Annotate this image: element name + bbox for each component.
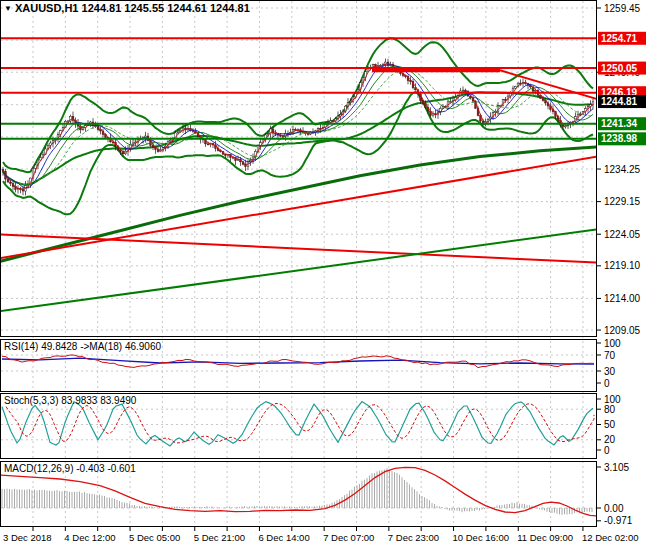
price-tick-label: 1209.05	[604, 325, 641, 336]
time-axis-label: 10 Dec 16:00	[453, 532, 510, 543]
price-tick-label: 1234.25	[604, 164, 641, 175]
indicator-scale-label: 100	[604, 338, 621, 349]
price-tick-label: 1214.00	[604, 293, 641, 304]
time-axis-label: 7 Dec 07:00	[323, 532, 374, 543]
chart-title-text: XAUUSD,H1 1244.81 1245.55 1244.61 1244.8…	[15, 2, 250, 14]
time-axis-label: 11 Dec 09:00	[517, 532, 573, 543]
price-tick-label: 1259.45	[604, 3, 641, 14]
time-axis-label: 4 Dec 12:00	[64, 532, 115, 543]
price-tick-label: 1224.05	[604, 229, 641, 240]
price-tick-label: 1219.10	[604, 260, 641, 271]
price-tick-label: 1244.81	[601, 96, 638, 107]
stoch-indicator-label: Stoch(5,3,3) 83.9833 83.9490	[4, 395, 136, 406]
indicator-scale-label: 80	[604, 404, 616, 415]
indicator-scale-label: 0.00	[604, 503, 624, 514]
rsi-indicator-label: RSI(14) 49.8428 ->MA(18) 46.9060	[4, 341, 161, 352]
chart-title: ▼XAUUSD,H1 1244.81 1245.55 1244.61 1244.…	[4, 2, 250, 14]
indicator-scale-label: 30	[604, 366, 616, 377]
time-axis-label: 5 Dec 21:00	[194, 532, 245, 543]
price-tick-label: 1250.05	[601, 63, 638, 74]
time-axis-label: 12 Dec 02:00	[582, 532, 639, 543]
macd-indicator-label: MACD(12,26,9) -0.403 -0.601	[4, 463, 136, 474]
time-axis-label: 6 Dec 14:00	[258, 532, 309, 543]
chart-window: 1259.451249.401234.251229.151224.051219.…	[0, 0, 660, 550]
indicator-scale-label: 3.105	[604, 462, 629, 473]
time-axis-label: 3 Dec 2018	[3, 532, 52, 543]
collapse-arrow-icon[interactable]: ▼	[4, 4, 12, 13]
indicator-scale-label: 50	[604, 419, 616, 430]
price-tick-label: 1254.71	[601, 33, 638, 44]
price-tick-label: 1238.98	[601, 133, 638, 144]
price-tick-label: 1229.15	[604, 196, 641, 207]
time-axis-label: 7 Dec 23:00	[388, 532, 439, 543]
indicator-scale-label: 0	[604, 445, 610, 456]
indicator-scale-label: -0.971	[604, 515, 633, 526]
price-tick-label: 1241.34	[601, 118, 638, 129]
time-axis-label: 5 Dec 05:00	[129, 532, 180, 543]
indicator-scale-label: 70	[604, 350, 616, 361]
indicator-scale-label: 0	[604, 378, 610, 389]
